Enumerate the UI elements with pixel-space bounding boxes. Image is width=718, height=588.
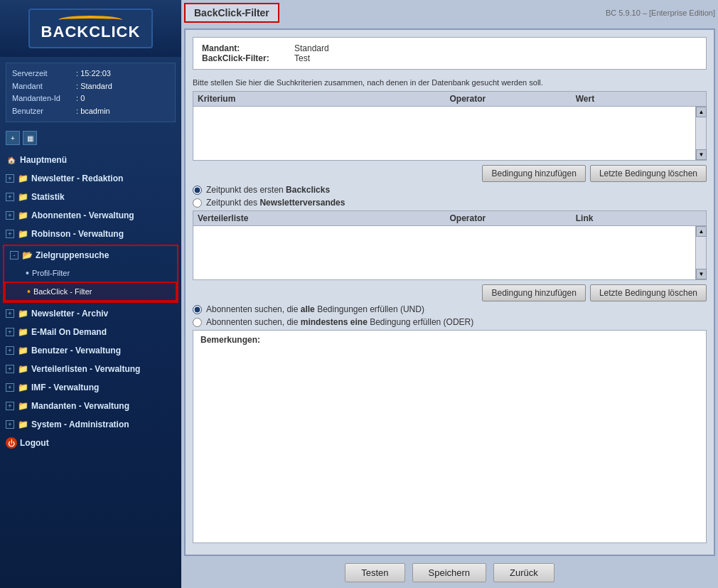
server-time-row: Serverzeit : 15:22:03 xyxy=(12,68,169,80)
mandanten-id-label: Mandanten-Id xyxy=(12,92,76,105)
page-title-box: BackClick-Filter xyxy=(184,3,279,23)
sidebar-item-hauptmenu[interactable]: 🏠 Hauptmenü xyxy=(0,151,181,169)
folder-robinson-icon: 📁 xyxy=(17,228,28,240)
search-radio-section: Abonnenten suchen, die alle Bedingungen … xyxy=(193,301,707,330)
criteria-scroll-down[interactable]: ▼ xyxy=(696,149,707,160)
benutzer-label: Benutzer xyxy=(12,105,76,118)
radio-backclick-item[interactable]: Zeitpunkt des ersten Backclicks xyxy=(193,185,707,195)
expand-mandanten-icon: + xyxy=(6,402,14,410)
sidebar-item-zielgruppensuche[interactable]: - 📂 Zielgruppensuche xyxy=(4,246,177,264)
expand-robinson-icon: + xyxy=(6,230,14,238)
sidebar-item-system-administration[interactable]: + 📁 System - Administration xyxy=(0,415,181,434)
criteria-scroll-up[interactable]: ▲ xyxy=(696,107,707,117)
backclick-filter-row: ➤ • BackClick - Filter xyxy=(4,282,177,301)
remarks-inner: Bemerkungen: xyxy=(193,331,706,352)
mandanten-label: Mandanten - Verwaltung xyxy=(31,401,129,411)
mandant-field-value: Standard xyxy=(294,43,329,53)
add-condition-btn[interactable]: Bedingung hinzufügen xyxy=(482,165,585,182)
criteria-table: Kriterium Operator Wert ▲ ▼ xyxy=(193,91,707,161)
folder-benutzer-icon: 📁 xyxy=(17,345,28,356)
add-icon[interactable]: + xyxy=(6,131,20,145)
expand-system-icon: + xyxy=(6,420,14,429)
sidebar-item-email-on-demand[interactable]: + 📁 E-Mail On Demand xyxy=(0,323,181,341)
mandant-row: Mandant : Standard xyxy=(12,80,169,93)
bullet-profil: • xyxy=(26,267,29,279)
folder-abonnenten-icon: 📁 xyxy=(17,210,28,221)
folder-statistik-icon: 📁 xyxy=(17,191,28,203)
sidebar-item-mandanten[interactable]: + 📁 Mandanten - Verwaltung xyxy=(0,397,181,415)
filter-field-value: Test xyxy=(294,53,310,63)
sidebar-item-abonnenten[interactable]: + 📁 Abonnenten - Verwaltung xyxy=(0,206,181,225)
verteilerliste-scroll-up[interactable]: ▲ xyxy=(696,226,707,237)
radio-newsletter-input[interactable] xyxy=(193,198,202,208)
folder-newsletter-icon: 📁 xyxy=(17,173,28,184)
delete-last-condition-btn[interactable]: Letzte Bedingung löschen xyxy=(590,165,707,182)
robinson-label: Robinson - Verwaltung xyxy=(31,229,124,239)
mandanten-id-row: Mandanten-Id : 0 xyxy=(12,92,169,105)
zurueck-button[interactable]: Zurück xyxy=(493,563,554,582)
speichern-button[interactable]: Speichern xyxy=(412,563,487,582)
hauptmenu-label: Hauptmenü xyxy=(20,155,67,165)
radio-alle-input[interactable] xyxy=(193,305,202,314)
folder-imf-icon: 📁 xyxy=(17,382,28,393)
page-title: BackClick-Filter xyxy=(194,7,269,18)
expand-verteilerlisten-icon: + xyxy=(6,365,14,373)
hint-text: Bitte stellen Sie hier die Suchkriterien… xyxy=(193,75,707,91)
time-radio-section: Zeitpunkt des ersten Backclicks Zeitpunk… xyxy=(193,182,707,210)
col-operator-header: Operator xyxy=(450,94,576,104)
sidebar-item-profil-filter[interactable]: • Profil-Filter xyxy=(4,264,177,282)
statistik-label: Statistik xyxy=(31,192,65,202)
radio-backclick-input[interactable] xyxy=(193,186,202,195)
folder-archiv-icon: 📁 xyxy=(17,308,28,319)
sidebar-item-newsletter-archiv[interactable]: + 📁 Newsletter - Archiv xyxy=(0,304,181,323)
imf-label: IMF - Verwaltung xyxy=(31,383,99,392)
delete-last-condition2-btn[interactable]: Letzte Bedingung löschen xyxy=(590,284,707,301)
testen-button[interactable]: Testen xyxy=(345,563,404,582)
server-time-label: Serverzeit xyxy=(12,68,76,80)
sidebar-item-newsletter-redaktion[interactable]: + 📁 Newsletter - Redaktion xyxy=(0,169,181,188)
folder-zielgruppen-icon: 📂 xyxy=(21,250,33,261)
criteria-btn-row: Bedingung hinzufügen Letzte Bedingung lö… xyxy=(193,165,707,182)
sidebar-item-robinson[interactable]: + 📁 Robinson - Verwaltung xyxy=(0,225,181,243)
expand-zielgruppen-icon: - xyxy=(10,251,18,260)
benutzer-label: Benutzer - Verwaltung xyxy=(31,346,121,356)
benutzer-row: Benutzer : bcadmin xyxy=(12,105,169,118)
zielgruppensuche-label: Zielgruppensuche xyxy=(36,250,109,260)
radio-mindestens-input[interactable] xyxy=(193,318,202,327)
mandant-field-label: Mandant: xyxy=(202,43,294,53)
criteria-table-header: Kriterium Operator Wert xyxy=(193,92,706,107)
sidebar-item-verteilerlisten[interactable]: + 📁 Verteilerlisten - Verwaltung xyxy=(0,360,181,378)
logout-icon: ⏻ xyxy=(6,437,17,449)
verteilerliste-scrollbar[interactable]: ▲ ▼ xyxy=(695,226,706,279)
radio-mindestens-item[interactable]: Abonnenten suchen, die mindestens eine B… xyxy=(193,317,707,327)
radio-newsletter-item[interactable]: Zeitpunkt des Newsletterversandes xyxy=(193,198,707,208)
filter-field-label: BackClick-Filter: xyxy=(202,53,294,63)
sidebar-item-logout[interactable]: ⏻ Logout xyxy=(0,434,181,452)
sidebar-item-backclick-filter[interactable]: • BackClick - Filter xyxy=(4,282,177,301)
sidebar-item-benutzer[interactable]: + 📁 Benutzer - Verwaltung xyxy=(0,341,181,360)
verteilerliste-table-body: ▲ ▼ xyxy=(193,226,706,279)
verteilerliste-table-header: Verteilerliste Operator Link xyxy=(193,211,706,226)
main-panel: Mandant: Standard BackClick-Filter: Test… xyxy=(184,28,715,556)
mandant-value: : Standard xyxy=(76,80,112,93)
sidebar-item-imf[interactable]: + 📁 IMF - Verwaltung xyxy=(0,378,181,397)
col-kriterium-header: Kriterium xyxy=(198,94,450,104)
bottom-buttons: Testen Speichern Zurück xyxy=(184,556,715,585)
verteilerlisten-label: Verteilerlisten - Verwaltung xyxy=(31,364,140,374)
radio-backclick-label: Zeitpunkt des ersten Backclicks xyxy=(206,185,330,195)
verteilerliste-scroll-down[interactable]: ▼ xyxy=(696,269,707,279)
logout-label: Logout xyxy=(20,438,49,448)
backclick-filter-label: BackClick - Filter xyxy=(33,287,92,296)
grid-icon[interactable]: ▦ xyxy=(23,131,37,145)
radio-alle-item[interactable]: Abonnenten suchen, die alle Bedingungen … xyxy=(193,304,707,314)
info-block: Mandant: Standard BackClick-Filter: Test xyxy=(193,37,707,70)
criteria-scrollbar[interactable]: ▲ ▼ xyxy=(695,107,706,160)
expand-benutzer-icon: + xyxy=(6,346,14,355)
expand-email-icon: + xyxy=(6,328,14,336)
system-administration-label: System - Administration xyxy=(31,419,129,429)
criteria-table-body: ▲ ▼ xyxy=(193,107,706,160)
col-link-header: Link xyxy=(576,213,702,223)
radio-newsletter-label: Zeitpunkt des Newsletterversandes xyxy=(206,198,345,208)
add-condition2-btn[interactable]: Bedingung hinzufügen xyxy=(482,284,585,301)
sidebar-item-statistik[interactable]: + 📁 Statistik xyxy=(0,188,181,206)
